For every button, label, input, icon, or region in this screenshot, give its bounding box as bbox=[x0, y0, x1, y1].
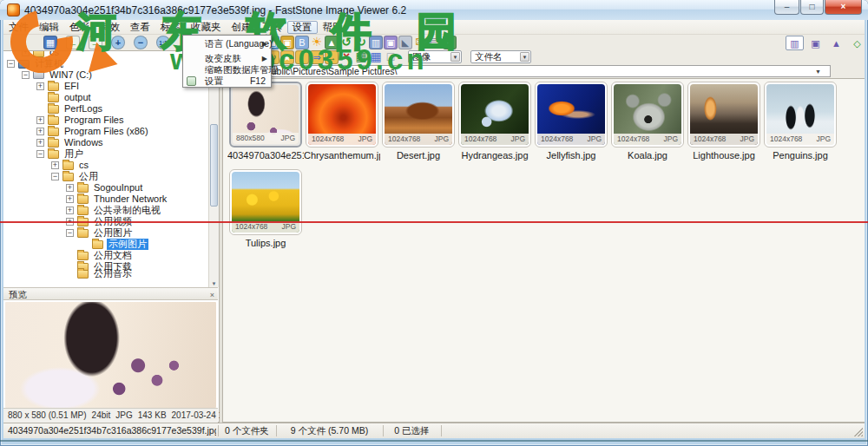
expand-icon[interactable]: + bbox=[66, 184, 74, 192]
thumbnail-item[interactable]: 1024x768JPGPenguins.jpg bbox=[762, 82, 838, 161]
tree-item[interactable]: +EFI bbox=[3, 81, 208, 92]
thumbnail-frame[interactable]: 1024x768JPG bbox=[229, 169, 302, 235]
grid-view-icon[interactable]: ▦ bbox=[369, 50, 383, 64]
thumbnail-frame[interactable]: 1024x768JPG bbox=[535, 82, 608, 148]
menu-item-设置[interactable]: 设置F12 bbox=[183, 75, 271, 87]
slideshow-view-icon[interactable]: ▲ bbox=[827, 36, 845, 50]
resize-grip[interactable] bbox=[854, 428, 863, 436]
email-icon[interactable]: ✉ bbox=[413, 36, 427, 49]
browser-view-icon[interactable]: ▥ bbox=[786, 36, 804, 50]
scroll-down-icon[interactable]: ▼ bbox=[209, 281, 219, 286]
actual-size-icon[interactable]: 1:1 bbox=[156, 36, 170, 49]
viewer-view-icon[interactable]: ▣ bbox=[806, 36, 825, 50]
rotate-left-icon[interactable]: ↺ bbox=[339, 36, 353, 49]
thumbnail-item[interactable]: 1024x768JPGDesert.jpg bbox=[380, 82, 457, 161]
tree-item[interactable]: −计算机 bbox=[3, 58, 208, 69]
thumbnail-frame[interactable]: 1024x768JPG bbox=[306, 82, 378, 148]
folder-favorites-icon[interactable]: ★ bbox=[280, 50, 294, 64]
tree-item[interactable]: PerfLogs bbox=[3, 103, 208, 115]
tree-item[interactable]: 公用文档 bbox=[3, 250, 208, 261]
tree-item[interactable]: 示例图片 bbox=[3, 239, 208, 250]
compare-images-icon[interactable]: ▥ bbox=[369, 36, 383, 49]
tree-item[interactable]: −公用图片 bbox=[3, 227, 208, 239]
menu-编辑[interactable]: 编辑 bbox=[34, 21, 64, 34]
tree-item[interactable]: −WIN7 (C:) bbox=[3, 69, 208, 81]
expand-icon[interactable]: + bbox=[66, 195, 74, 203]
expand-icon[interactable]: + bbox=[66, 207, 74, 214]
expand-icon[interactable]: + bbox=[51, 161, 59, 169]
thumbnail-item[interactable]: 1024x768JPGChrysanthemum.jpg bbox=[304, 82, 380, 161]
fullscreen-view-icon[interactable]: ◇ bbox=[848, 36, 866, 50]
batch-convert-icon[interactable]: B bbox=[295, 36, 309, 49]
address-input[interactable]: C:\Users\Public\Pictures\Sample Pictures… bbox=[223, 65, 831, 77]
tree-item[interactable]: +Program Files (x86) bbox=[3, 126, 208, 137]
select-mode-icon[interactable]: □ bbox=[384, 50, 398, 64]
folder-open-icon[interactable] bbox=[295, 50, 309, 64]
collapse-icon[interactable]: − bbox=[22, 71, 30, 79]
menu-item-语言 (Language)[interactable]: 语言 (Language)▶ bbox=[183, 38, 271, 49]
scrollbar-thumb[interactable] bbox=[210, 124, 218, 207]
acquire-icon[interactable]: ◣ bbox=[398, 36, 412, 49]
tree-item[interactable]: +Program Files bbox=[3, 115, 208, 126]
screen-capture-icon[interactable]: ▣ bbox=[280, 36, 294, 49]
delete-icon[interactable]: × bbox=[339, 50, 353, 64]
preview-collapse-icon[interactable]: × bbox=[210, 289, 214, 301]
menu-帮助[interactable]: 帮助 bbox=[318, 21, 348, 34]
menu-工具[interactable]: 工具 bbox=[257, 21, 287, 34]
menu-查看[interactable]: 查看 bbox=[125, 21, 155, 34]
save-icon[interactable]: ▦ bbox=[43, 36, 57, 49]
tree-item[interactable]: −公用 bbox=[3, 171, 208, 182]
back-icon[interactable]: ← bbox=[66, 36, 80, 49]
wallpaper-icon[interactable]: ▣ bbox=[384, 36, 398, 49]
auto-adjust-icon[interactable]: ☀ bbox=[310, 36, 324, 49]
tree-item[interactable]: +Windows bbox=[3, 137, 208, 148]
tree-item[interactable]: −用户 bbox=[3, 148, 208, 160]
sort-by-select[interactable]: 文件名 ▼ bbox=[470, 50, 531, 63]
collapse-icon[interactable]: − bbox=[66, 229, 74, 237]
zoom-in-icon[interactable]: + bbox=[111, 36, 125, 49]
maximize-button[interactable]: □ bbox=[800, 0, 824, 15]
collapse-icon[interactable]: − bbox=[51, 173, 59, 180]
expand-icon[interactable]: + bbox=[36, 128, 44, 135]
zoom-out-icon[interactable]: − bbox=[134, 36, 148, 49]
copy-to-folder-icon[interactable]: ⇒ bbox=[310, 50, 324, 64]
thumbnail-item[interactable]: 1024x768JPGHydrangeas.jpg bbox=[457, 82, 533, 161]
thumbnail-item[interactable]: 1024x768JPGJellyfish.jpg bbox=[533, 82, 609, 161]
menu-创建[interactable]: 创建 bbox=[227, 21, 257, 34]
expand-icon[interactable]: + bbox=[36, 82, 44, 90]
thumbnail-frame[interactable]: 1024x768JPG bbox=[764, 82, 837, 148]
file-type-filter[interactable]: 图像 ▼ bbox=[408, 50, 462, 63]
tree-item[interactable]: +cs bbox=[3, 160, 208, 171]
clone-stamp-icon[interactable]: ▲ bbox=[325, 36, 339, 49]
collapse-icon[interactable]: − bbox=[36, 150, 44, 158]
rotate-right-icon[interactable]: ↻ bbox=[354, 36, 368, 49]
expand-icon[interactable]: + bbox=[36, 139, 44, 147]
menu-item-缩略图数据库管理[interactable]: 缩略图数据库管理 bbox=[183, 64, 271, 75]
menu-特效[interactable]: 特效 bbox=[95, 21, 125, 34]
thumbnail-options-icon[interactable]: ▦ bbox=[354, 50, 368, 64]
preview-image[interactable] bbox=[5, 302, 216, 408]
tree-item[interactable]: 公用音乐 bbox=[3, 268, 208, 279]
tree-item[interactable]: +公共录制的电视 bbox=[3, 205, 208, 216]
external-editor-icon[interactable]: ✓ bbox=[443, 36, 457, 49]
collapse-icon[interactable]: − bbox=[7, 60, 15, 68]
thumbnail-item[interactable]: 1024x768JPGKoala.jpg bbox=[609, 82, 686, 161]
menu-色彩[interactable]: 色彩 bbox=[64, 21, 95, 34]
print-icon[interactable]: ▤ bbox=[428, 36, 442, 49]
chevron-down-icon[interactable]: ▼ bbox=[813, 67, 823, 76]
thumbnail-item[interactable]: 880x580JPG4034970a304e251f... bbox=[227, 82, 304, 161]
thumbnail-frame[interactable]: 1024x768JPG bbox=[458, 82, 531, 148]
tree-item[interactable]: +Thunder Network bbox=[3, 193, 208, 205]
expand-icon[interactable]: + bbox=[36, 116, 44, 124]
close-button[interactable]: × bbox=[825, 0, 862, 15]
chevron-down-icon[interactable]: ▼ bbox=[450, 52, 460, 62]
minimize-button[interactable]: – bbox=[774, 0, 799, 15]
forward-icon[interactable]: → bbox=[89, 36, 102, 49]
thumbnail-frame[interactable]: 1024x768JPG bbox=[382, 82, 455, 148]
thumbnail-frame[interactable]: 1024x768JPG bbox=[611, 82, 684, 148]
menu-文件[interactable]: 文件 bbox=[3, 21, 34, 34]
menu-设置[interactable]: 设置 bbox=[287, 21, 318, 34]
expand-icon[interactable]: + bbox=[22, 51, 30, 56]
menu-item-改变皮肤[interactable]: 改变皮肤▶ bbox=[183, 53, 271, 64]
chevron-down-icon[interactable]: ▼ bbox=[520, 52, 529, 62]
